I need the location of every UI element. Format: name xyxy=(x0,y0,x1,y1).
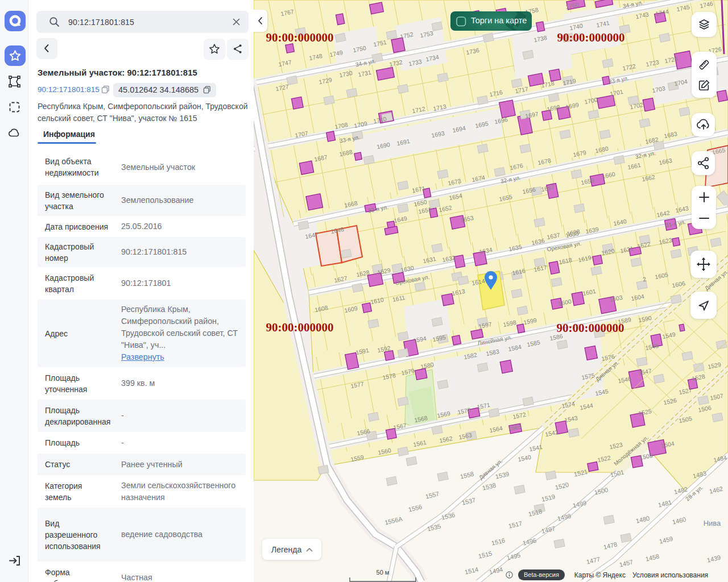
svg-text:90:00:000000: 90:00:000000 xyxy=(266,321,334,334)
svg-text:90:00:000000: 90:00:000000 xyxy=(557,321,624,335)
svg-text:Нива: Нива xyxy=(704,519,721,527)
svg-text:90:00:000000: 90:00:000000 xyxy=(557,31,625,44)
svg-text:90:00:000000: 90:00:000000 xyxy=(266,31,334,44)
